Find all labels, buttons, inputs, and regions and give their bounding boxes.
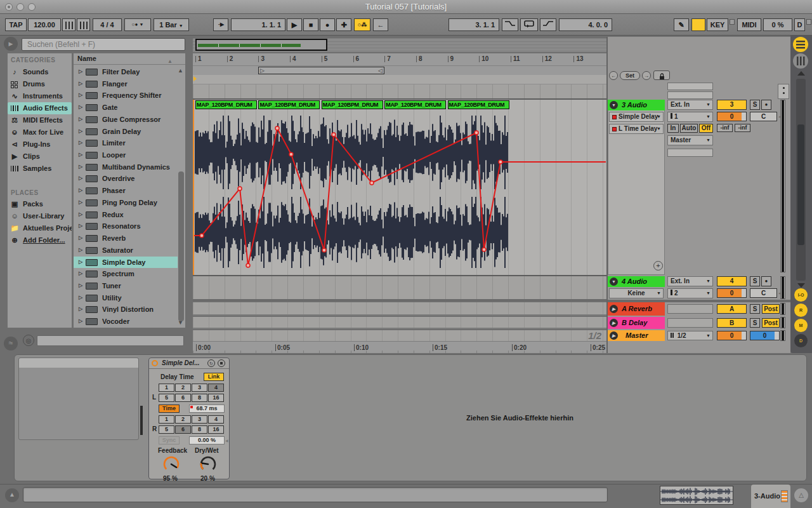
r-beat-5[interactable]: 5 [159,425,174,434]
audio3-title[interactable]: ▼ 3 Audio [608,100,665,110]
master-lane[interactable]: 1/2 [193,330,606,341]
return-b-lane[interactable] [193,317,606,329]
save-preset-icon[interactable] [218,359,225,367]
show-crossfade-button[interactable]: D [794,334,808,347]
show-returns-button[interactable]: R [794,304,808,317]
audio3-solo-button[interactable]: S [750,100,760,110]
l-time-value[interactable]: 68.7 ms [189,404,225,413]
return-a-title[interactable]: ▶ A Reverb [608,302,665,316]
link-button[interactable]: Link [204,373,224,381]
monitor-off-button[interactable]: Off [699,124,713,133]
device-item[interactable]: ▷Spectrum [74,268,178,280]
category-plugins[interactable]: ⊲Plug-Ins [8,138,72,150]
set-locator-button[interactable]: Set [620,71,640,80]
device-item[interactable]: ▷Frequency Shifter [74,90,178,102]
feedback-knob[interactable] [160,453,182,475]
scroll-down-icon[interactable] [797,283,805,288]
r-beat-1[interactable]: 1 [159,415,174,424]
add-automation-lane-button[interactable]: + [653,261,663,271]
audio4-activator[interactable]: 4 [717,276,747,286]
return-b-title[interactable]: ▶ B Delay [608,317,665,329]
device-item[interactable]: ▷Ping Pong Delay [74,197,178,209]
loop-brace[interactable]: ▷ ◁ [258,67,384,74]
monitor-auto-button[interactable]: Auto [680,124,698,133]
beat-time-ruler[interactable]: 1 2 3 4 5 6 7 8 9 10 11 12 13 [193,53,606,66]
list-header[interactable]: Name ▲ [74,53,185,65]
device-item-selected[interactable]: ▷Simple Delay [74,257,178,269]
arrangement-position-display[interactable]: 1. 1. 1 [231,18,285,31]
automation-device-chooser[interactable]: Simple Delay▼ [609,112,664,122]
key-map-button[interactable]: KEY [707,18,728,31]
audio3-output-chooser[interactable]: Master▼ [667,135,713,145]
category-audio-effects[interactable]: Audio Effects [8,102,72,114]
back-to-arrangement-button[interactable]: ← [373,18,388,31]
drywet-knob[interactable] [197,453,219,475]
spinner-arrow-icon[interactable]: ◀ [225,438,228,443]
arrangement-view-toggle-icon[interactable] [793,37,808,52]
l-beat-4-selected[interactable]: 4 [208,384,224,392]
session-view-toggle-icon[interactable] [793,53,808,69]
hot-swap-mode-icon[interactable]: ≈ [4,337,18,351]
punch-out-button[interactable] [540,18,556,31]
l-beat-2[interactable]: 2 [175,384,191,392]
audio3-input-channel[interactable]: 1▼ [667,112,713,122]
lock-envelopes-button[interactable] [653,70,670,80]
preview-volume-field[interactable] [37,335,184,346]
stop-button[interactable]: ■ [303,18,318,31]
place-user-library[interactable]: ☺User-Library [8,210,72,222]
midi-overdub-button[interactable]: ○⁂ [354,18,370,31]
unfold-icon[interactable]: ▼ [610,101,618,109]
audio4-input-type[interactable]: Ext. In▼ [667,276,713,286]
unfold-icon[interactable]: ▶ [610,331,618,340]
master-volume[interactable]: 0 [717,331,747,340]
unfold-icon[interactable]: ▼ [610,277,618,286]
mixer-handle[interactable] [778,84,789,99]
hot-swap-icon[interactable]: ↻ [207,359,215,367]
loop-switch[interactable] [520,18,538,31]
record-button[interactable]: ● [320,18,335,31]
return-b-activator[interactable]: B [717,318,747,328]
arrangement-overview[interactable] [193,38,606,52]
next-automation-icon[interactable]: → [642,71,651,80]
add-folder-button[interactable]: ⊕Add Folder... [8,234,72,246]
r-beat-3[interactable]: 3 [192,415,207,424]
category-sounds[interactable]: ♪Sounds [8,66,72,78]
master-cue-volume[interactable]: 0 [750,331,780,340]
computer-midi-keyboard-button[interactable] [691,18,705,31]
return-b-pre-post-button[interactable]: Post [762,318,780,328]
device-item[interactable]: ▷Overdrive [74,173,178,185]
l-beat-3[interactable]: 3 [192,384,207,392]
l-beat-5[interactable]: 5 [159,394,174,402]
automation-param-chooser[interactable]: L Time Delay▼ [609,124,664,134]
r-beat-8[interactable]: 8 [192,425,207,434]
loop-start-display[interactable]: 3. 1. 1 [449,18,499,31]
device-item[interactable]: ▷Looper [74,149,178,161]
preview-headphone-icon[interactable]: ◎ [23,335,34,346]
audio3-input-type[interactable]: Ext. In▼ [667,100,713,110]
quantization-menu[interactable]: 1 Bar ▼ [154,18,189,31]
r-sync-mode-button[interactable]: Sync [159,436,180,444]
device-title-bar[interactable]: Simple Del... ↻ [149,358,229,369]
audio4-pan[interactable]: C [750,288,777,298]
return-a-pre-post-button[interactable]: Post [762,304,780,314]
tap-tempo-button[interactable]: TAP [5,18,27,31]
search-input[interactable] [22,38,185,51]
category-instruments[interactable]: ∿Instruments [8,90,72,102]
audio3-arm-button[interactable]: ● [761,100,771,110]
unfold-icon[interactable]: ▶ [610,319,618,327]
loop-length-display[interactable]: 4. 0. 0 [559,18,612,31]
draw-mode-button[interactable]: ✎ [674,18,689,31]
place-packs[interactable]: ▣Packs [8,198,72,210]
master-title[interactable]: ▶ Master [608,330,665,341]
return-a-solo-button[interactable]: S [750,304,760,314]
device-drop-zone[interactable]: Ziehen Sie Audio-Effekte hierhin [233,356,806,479]
r-offset-value[interactable]: 0.00 % [189,436,225,444]
r-beat-2[interactable]: 2 [175,415,191,424]
category-samples[interactable]: Samples [8,163,72,175]
device-item[interactable]: ▷Tuner [74,280,178,292]
audio3-activator[interactable]: 3 [717,100,747,110]
minimized-track-lane[interactable] [193,84,606,98]
category-max-for-live[interactable]: ⎉Max for Live [8,126,72,138]
time-signature-field[interactable]: 4 / 4 [93,18,122,31]
place-current-project[interactable]: 📁Aktuelles Projekt [8,222,72,234]
